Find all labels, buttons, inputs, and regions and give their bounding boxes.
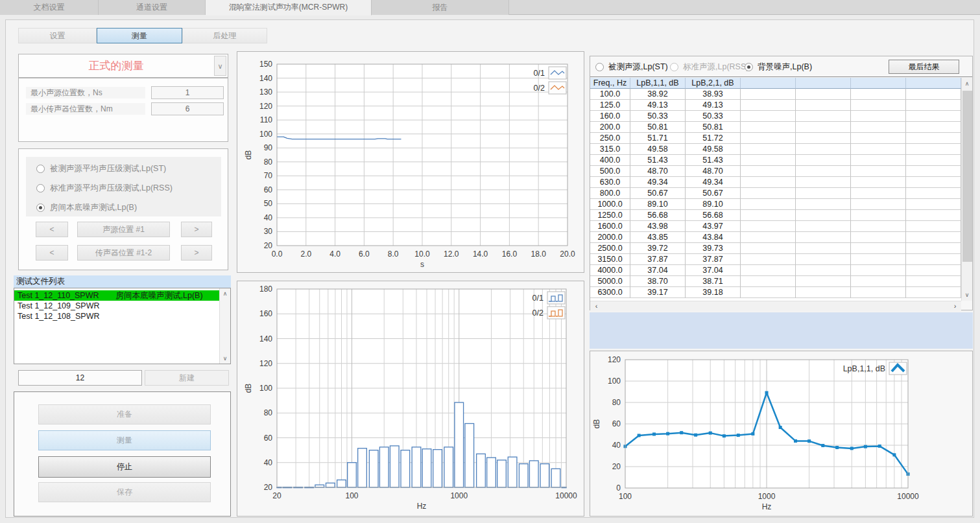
test-type-radio-group: 被测声源平均声压级测试,Lp(ST) 标准声源平均声压级测试,Lp(RSS) 房… [26,157,221,216]
list-item[interactable]: Test 1_12_109_SPWR [14,301,219,311]
chevron-down-icon[interactable]: ∨ [214,56,226,76]
svg-text:0/1: 0/1 [532,294,544,303]
table-row[interactable]: 500.048.7048.70 [590,166,961,177]
table-cell [796,144,851,155]
measurement-mode-dropdown[interactable]: 正式的测量 ∨ [18,54,228,78]
list-item[interactable]: Test 1_12_110_SPWR房间本底噪声测试,Lp(B) [14,290,219,301]
svg-text:120: 120 [259,102,272,111]
svg-text:110: 110 [260,115,272,124]
mic-position-next-button[interactable]: > [181,245,212,261]
svg-text:LpB,1,1, dB: LpB,1,1, dB [843,364,885,373]
svg-text:70: 70 [264,171,273,180]
save-button[interactable]: 保存 [38,482,211,502]
table-row[interactable]: 1000.089.1089.10 [590,199,961,210]
table-cell: 1600.0 [590,221,630,232]
table-row[interactable]: 2000.043.8543.84 [590,232,961,243]
svg-text:100: 100 [345,491,358,500]
file-count-button[interactable]: 12 [18,370,142,386]
prepare-button[interactable]: 准备 [38,404,211,424]
file-list-scrollbar[interactable]: ∧ ∨ [219,288,230,364]
subtab-postprocess[interactable]: 后处理 [182,28,267,43]
tab-channel-settings[interactable]: 通道设置 [99,0,206,15]
radio-circle-icon[interactable] [745,63,753,71]
subtab-measure[interactable]: 测量 [97,28,182,43]
scroll-up-icon[interactable]: ∧ [220,289,230,298]
column-header [851,78,906,89]
radio-circle-icon[interactable] [595,63,604,71]
mic-position-button[interactable]: 传声器位置 #1-2 [77,245,170,261]
radio-lp-rss[interactable]: 标准声源平均声压级测试,Lp(RSS) [36,181,173,194]
table-row[interactable]: 1600.043.9843.97 [590,221,961,232]
radio-circle-icon[interactable] [36,203,45,212]
nm-value-field[interactable]: 6 [151,102,224,115]
table-horizontal-scrollbar[interactable]: ‹ › [590,301,961,310]
table-cell: 49.13 [686,100,741,111]
column-header [906,78,961,89]
table-cell [741,122,796,133]
radio-circle-icon[interactable] [670,63,678,71]
ns-value-field[interactable]: 1 [151,86,224,99]
table-cell [906,287,961,298]
radio-circle-icon[interactable] [36,184,45,192]
radio-lp-b[interactable]: 房间本底噪声测试,Lp(B) [36,201,137,214]
table-cell [796,210,851,221]
table-row[interactable]: 400.051.4351.43 [590,155,961,166]
table-row[interactable]: 315.049.5849.58 [590,144,961,155]
table-row[interactable]: 2500.039.7239.73 [590,243,961,254]
source-position-prev-button[interactable]: < [36,222,68,237]
scroll-down-icon[interactable]: ∨ [220,354,230,363]
svg-text:120: 120 [259,359,272,368]
table-row[interactable]: 800.050.6750.67 [590,188,961,199]
table-row[interactable]: 125.049.1349.13 [590,100,961,111]
table-cell [796,254,851,265]
svg-text:40: 40 [264,458,273,467]
subtab-setup[interactable]: 设置 [18,28,97,43]
table-row[interactable]: 100.038.9238.93 [590,89,961,100]
table-row[interactable]: 3150.037.8737.87 [590,254,961,265]
scroll-left-icon[interactable]: ‹ [592,301,601,310]
list-item[interactable]: Test 1_12_108_SPWR [14,311,219,321]
radio-lp-st[interactable]: 被测声源平均声压级测试,Lp(ST) [36,162,166,175]
measurement-mode-value: 正式的测量 [19,54,213,77]
table-cell [906,100,961,111]
scroll-down-icon[interactable]: ∨ [962,290,972,299]
table-row[interactable]: 250.051.7151.72 [590,133,961,144]
svg-text:1000: 1000 [450,491,468,500]
table-row[interactable]: 160.050.3350.33 [590,111,961,122]
table-cell: 50.81 [630,122,686,133]
table-cell [906,122,961,133]
table-cell [741,254,796,265]
table-row[interactable]: 1250.056.6856.68 [590,210,961,221]
table-cell [851,188,906,199]
stop-button[interactable]: 停止 [38,456,211,478]
radio-result-lp-st[interactable]: 被测声源,Lp(ST) [595,60,668,73]
scroll-up-icon[interactable]: ∧ [962,79,972,88]
tab-document-settings[interactable]: 文档设置 [0,0,99,15]
last-result-button[interactable]: 最后结果 [889,60,959,74]
tab-mcr-spwr[interactable]: 混响室法测试声功率(MCR-SPWR) [206,0,372,16]
tab-report[interactable]: 报告 [372,0,509,15]
radio-result-lp-rss[interactable]: 标准声源,Lp(RSS) [670,60,748,73]
mic-position-prev-button[interactable]: < [36,245,68,261]
radio-circle-icon[interactable] [36,165,45,173]
scroll-right-icon[interactable]: › [950,301,960,310]
svg-text:30: 30 [264,227,273,236]
svg-text:180: 180 [259,285,272,294]
new-file-button[interactable]: 新建 [145,370,229,386]
source-position-next-button[interactable]: > [181,222,212,237]
table-cell: 56.68 [630,210,686,221]
table-row[interactable]: 630.049.3449.34 [590,177,961,188]
table-cell: 48.70 [686,166,741,177]
table-row[interactable]: 6300.039.1739.18 [590,287,961,298]
table-row[interactable]: 200.050.8150.81 [590,122,961,133]
field-row-ns: 最小声源位置数，Ns 1 [26,86,221,99]
svg-text:s: s [420,260,424,269]
table-vertical-scrollbar[interactable]: ∧ ∨ [961,78,972,301]
table-row[interactable]: 5000.038.7038.71 [590,276,961,287]
table-row[interactable]: 4000.037.0437.04 [590,265,961,276]
table-cell [741,177,796,188]
scrollbar-thumb[interactable] [962,91,972,262]
radio-result-lp-b[interactable]: 背景噪声,Lp(B) [745,60,812,73]
source-position-button[interactable]: 声源位置 #1 [77,222,170,237]
measure-button[interactable]: 测量 [38,430,211,450]
